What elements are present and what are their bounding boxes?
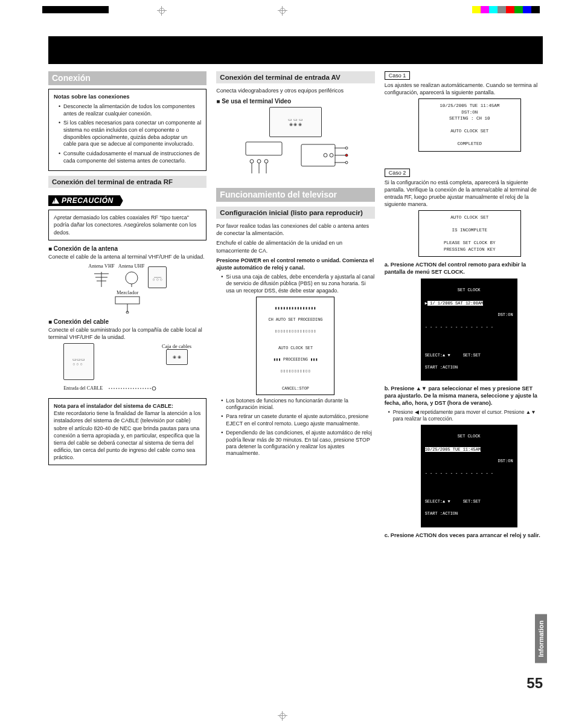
svg-point-19 <box>324 153 327 157</box>
caution-body: Apretar demasiado los cables coaxiales R… <box>48 210 206 240</box>
config-note: Los botones de funciones no funcionarán … <box>221 398 374 411</box>
svg-point-12 <box>250 159 254 163</box>
osd-set-clock-b: SET CLOCK 10/25/2005 TUE 11:45AM DST:ON … <box>421 425 517 527</box>
case-1-label: Caso 1 <box>385 71 411 80</box>
svg-point-10 <box>152 387 156 390</box>
config-note: Si usa una caja de cables, debe encender… <box>221 274 374 294</box>
svg-point-24 <box>345 154 348 156</box>
cable-body: Conecte el cable suministrado por la com… <box>48 326 206 341</box>
video-terminal-heading: Se usa el terminal Video <box>216 98 374 105</box>
step-a: a. Presione ACTION del control remoto pa… <box>385 262 543 276</box>
step-c: c. Presione ACTION dos veces para arranc… <box>385 532 543 540</box>
av-body: Conecta videograbadores y otros equipos … <box>216 87 374 94</box>
step-b: b. Presione ▲▼ para seleccionar el mes y… <box>385 385 543 407</box>
svg-rect-18 <box>301 144 335 166</box>
svg-point-26 <box>345 161 348 164</box>
subsection-rf: Conexión del terminal de entrada RF <box>48 176 206 188</box>
antenna-diagram: Antena VHF Antena UHF ⎯⎯⎯○ ○ ○ Mezclador <box>48 263 206 315</box>
nota-item: Consulte cuidadosamente el manual de ins… <box>59 150 201 164</box>
osd-set-clock-a: SET CLOCK ▶ 1/ 1/2005 SAT 12:00AM DST:ON… <box>421 279 517 381</box>
page-number: 55 <box>526 675 543 692</box>
page-header-bar <box>48 36 543 64</box>
config-note: Dependiendo de las condiciones, el ajust… <box>221 430 374 457</box>
osd-incomplete: AUTO CLOCK SET IS INCOMPLETE PLEASE SET … <box>418 210 521 257</box>
config-p2: Enchufe el cable de alimentación de la u… <box>216 239 374 254</box>
print-registration-top <box>0 5 576 17</box>
cable-diagram: ▭▭▭○ ○ ○ Entrada del CABLE Caja de cable… <box>48 343 206 395</box>
subsection-av: Conexión del terminal de entrada AV <box>216 71 374 83</box>
osd-auto-proceeding: ▮▮▮▮▮▮▮▮▮▮▮▮▮▮▮ CH AUTO SET PROCEEDING ▯… <box>256 297 334 395</box>
antenna-heading: Conexión de la antena <box>48 245 206 252</box>
section-funcionamiento: Funcionamiento del televisor <box>216 188 374 202</box>
cable-heading: Conexión del cable <box>48 318 206 325</box>
antenna-body: Conecte el cable de la antena al termina… <box>48 253 206 260</box>
av-diagram: ▭ ▭ ▭◉ ◉ ◉ <box>216 107 374 179</box>
nota-item: Si los cables necesarios para conectar u… <box>59 120 201 148</box>
svg-point-22 <box>345 147 348 149</box>
caution-badge: PRECAUCIÓN <box>48 195 123 206</box>
subsection-config: Configuración inicial (listo para reprod… <box>216 207 374 219</box>
osd-completed: 10/25/2005 TUE 11:45AM DST:ON SETTING : … <box>418 98 521 152</box>
svg-rect-6 <box>115 297 139 304</box>
svg-point-20 <box>330 153 333 157</box>
side-tab-information: Information <box>535 614 547 663</box>
svg-point-13 <box>257 159 261 163</box>
section-conexion: Conexión <box>48 71 206 85</box>
notas-box: Notas sobre las conexiones Desconecte la… <box>48 89 206 171</box>
svg-point-4 <box>126 272 138 284</box>
step-b-sub: Presione ◀ repetidamente para mover el c… <box>385 409 543 422</box>
color-swatches <box>472 6 540 13</box>
nota-item: Desconecte la alimentación de todos los … <box>59 103 201 117</box>
case-1-body: Los ajustes se realizan automáticamente.… <box>385 82 543 96</box>
svg-rect-11 <box>246 142 282 155</box>
case-2-label: Caso 2 <box>385 169 411 177</box>
installer-note: Nota para el instalador del sistema de C… <box>48 398 206 465</box>
svg-point-14 <box>264 159 268 163</box>
print-registration-bottom <box>0 711 576 723</box>
config-p3: Presione POWER en el control remoto o un… <box>216 257 374 271</box>
case-2-body: Si la configuración no está completa, ap… <box>385 179 543 208</box>
config-p1: Por favor realice todas las conexiones d… <box>216 222 374 237</box>
config-note: Para retirar un casete durante el ajuste… <box>221 413 374 427</box>
